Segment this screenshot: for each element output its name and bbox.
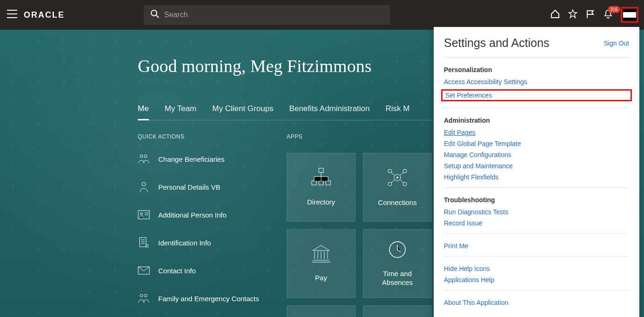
group-title: Troubleshooting	[444, 196, 629, 204]
set-preferences-highlight: Set Preferences	[441, 89, 632, 101]
people-icon	[138, 292, 150, 304]
user-avatar-highlight	[621, 7, 638, 23]
app-tile-connections[interactable]: Connections	[363, 153, 432, 222]
link-accessibility-settings[interactable]: Access Accessibility Settings	[444, 78, 527, 86]
svg-point-16	[388, 169, 392, 173]
app-tile-time-absences[interactable]: Time and Absences	[363, 229, 432, 298]
group-personalization: Personalization Access Accessibility Set…	[444, 66, 629, 101]
qa-label: Personal Details VB	[158, 183, 220, 191]
notification-badge: 316	[608, 6, 620, 13]
link-edit-pages[interactable]: Edit Pages	[444, 129, 476, 136]
global-header: ORACLE 316	[0, 0, 644, 30]
group-title: Personalization	[444, 66, 629, 73]
link-set-preferences[interactable]: Set Preferences	[445, 92, 492, 99]
link-hide-help-icons[interactable]: Hide Help Icons	[444, 265, 490, 272]
link-highlight-flexfields[interactable]: Highlight Flexfields	[444, 173, 499, 181]
qa-label: Additional Person Info	[158, 211, 227, 219]
tab-risk-management[interactable]: Risk M	[386, 104, 410, 120]
flag-icon[interactable]	[585, 9, 596, 21]
link-applications-help[interactable]: Applications Help	[444, 276, 494, 284]
tab-my-client-groups[interactable]: My Client Groups	[212, 104, 273, 120]
network-icon	[386, 167, 409, 190]
app-tile-placeholder[interactable]	[287, 305, 356, 317]
person-icon	[138, 181, 150, 193]
svg-rect-11	[319, 168, 323, 172]
svg-point-10	[144, 294, 147, 297]
nav-tabs: Me My Team My Client Groups Benefits Adm…	[138, 104, 440, 120]
qa-label: Identification Info	[158, 239, 211, 247]
app-label: Connections	[374, 198, 420, 207]
apps-column: APPS Directory Connections	[287, 133, 432, 317]
qa-label: Family and Emergency Contacts	[158, 295, 259, 303]
link-setup-maintenance[interactable]: Setup and Maintenance	[444, 162, 513, 170]
qa-personal-details[interactable]: Personal Details VB	[138, 181, 287, 193]
settings-actions-panel: Settings and Actions Sign Out Personaliz…	[434, 27, 639, 317]
group-title: Administration	[444, 117, 629, 124]
svg-point-17	[403, 169, 407, 173]
search-icon	[150, 9, 160, 20]
app-tile-pay[interactable]: Pay	[287, 229, 356, 298]
header-icons: 316	[550, 7, 644, 23]
org-chart-icon	[310, 168, 332, 189]
apps-header: APPS	[287, 133, 432, 140]
favorites-icon[interactable]	[568, 9, 578, 21]
bank-icon	[311, 244, 331, 265]
qa-contact-info[interactable]: Contact Info	[138, 264, 287, 277]
svg-point-1	[140, 155, 143, 158]
svg-point-19	[403, 182, 407, 186]
svg-point-18	[388, 182, 392, 186]
link-print-me[interactable]: Print Me	[444, 242, 468, 250]
quick-actions-column: QUICK ACTIONS Change Beneficiaries Perso…	[138, 133, 287, 317]
tab-my-team[interactable]: My Team	[165, 104, 197, 120]
document-icon	[138, 237, 150, 249]
link-run-diagnostics[interactable]: Run Diagnostics Tests	[444, 208, 508, 216]
qa-family-emergency[interactable]: Family and Emergency Contacts	[138, 292, 287, 304]
link-about-application[interactable]: About This Application	[444, 299, 508, 306]
hamburger-menu-icon[interactable]	[7, 10, 17, 20]
link-record-issue[interactable]: Record Issue	[444, 219, 482, 227]
link-manage-configurations[interactable]: Manage Configurations	[444, 151, 511, 158]
app-tile-directory[interactable]: Directory	[287, 153, 356, 222]
svg-point-9	[140, 294, 143, 297]
svg-point-3	[142, 182, 146, 186]
app-label: Directory	[303, 198, 339, 207]
svg-point-0	[151, 10, 157, 16]
group-administration: Administration Edit Pages Edit Global Pa…	[444, 117, 629, 181]
qa-additional-person-info[interactable]: Additional Person Info	[138, 209, 287, 221]
svg-rect-13	[319, 181, 323, 185]
svg-rect-14	[326, 181, 330, 185]
notifications-icon[interactable]: 316	[603, 9, 613, 21]
app-tile-placeholder[interactable]	[363, 305, 432, 317]
group-troubleshooting: Troubleshooting Run Diagnostics Tests Re…	[444, 196, 629, 227]
panel-title: Settings and Actions	[444, 36, 550, 50]
user-avatar[interactable]	[623, 9, 636, 20]
svg-point-20	[396, 177, 398, 178]
card-icon	[138, 209, 150, 221]
clock-icon	[388, 240, 407, 261]
link-edit-global-template[interactable]: Edit Global Page Template	[444, 140, 521, 147]
brand-logo: ORACLE	[24, 10, 65, 20]
search-input[interactable]	[164, 11, 384, 19]
mail-icon	[138, 264, 150, 277]
qa-label: Contact Info	[158, 267, 196, 275]
svg-rect-6	[140, 238, 146, 247]
qa-identification-info[interactable]: Identification Info	[138, 237, 287, 249]
people-icon	[138, 153, 150, 165]
svg-rect-12	[312, 181, 316, 185]
qa-label: Change Beneficiaries	[158, 155, 225, 163]
app-label: Pay	[311, 273, 331, 283]
qa-change-beneficiaries[interactable]: Change Beneficiaries	[138, 153, 287, 165]
home-icon[interactable]	[550, 9, 560, 21]
app-label: Time and Absences	[363, 269, 431, 287]
quick-actions-header: QUICK ACTIONS	[138, 133, 287, 140]
global-search[interactable]	[144, 5, 390, 25]
tab-benefits-administration[interactable]: Benefits Administration	[289, 104, 370, 120]
svg-point-2	[144, 155, 147, 158]
sign-out-link[interactable]: Sign Out	[604, 40, 629, 47]
tab-me[interactable]: Me	[138, 104, 149, 120]
svg-point-5	[141, 213, 143, 215]
